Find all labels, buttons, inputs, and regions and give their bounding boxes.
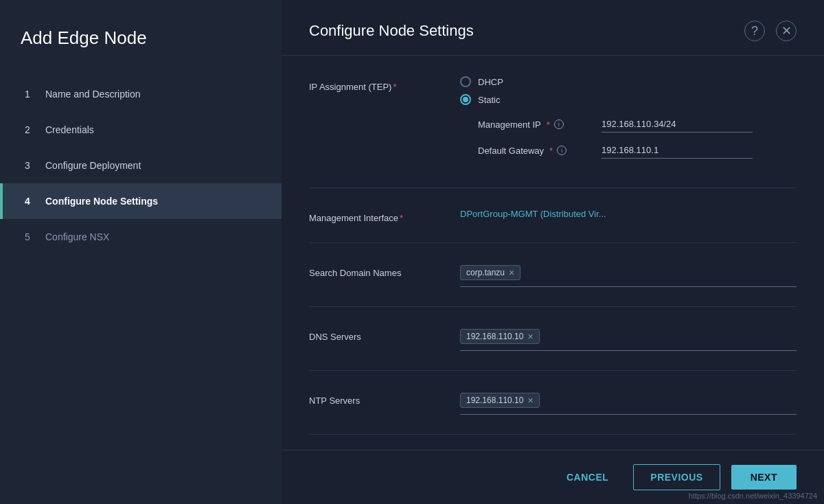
dns-tag-1: 192.168.110.10 ×	[460, 329, 540, 344]
search-domain-row: Search Domain Names corp.tanzu ×	[309, 262, 797, 287]
search-domain-label: Search Domain Names	[309, 262, 460, 278]
divider-5	[309, 434, 797, 435]
dns-tag-container[interactable]: 192.168.110.10 ×	[460, 326, 797, 351]
radio-group-ip: DHCP Static	[460, 76, 797, 105]
mgmt-interface-control: DPortGroup-MGMT (Distributed Vir...	[460, 207, 797, 220]
main-content: Configure Node Settings ? ✕ IP Assignmen…	[282, 0, 824, 504]
sidebar-item-name-description[interactable]: 1 Name and Description	[0, 76, 282, 112]
static-label: Static	[478, 95, 501, 105]
step-5-label: Configure NSX	[45, 231, 109, 242]
default-gateway-row: Default Gateway* i	[478, 142, 797, 159]
dns-tag-label: 192.168.110.10	[466, 332, 523, 341]
management-ip-label: Management IP* i	[478, 119, 602, 130]
management-ip-info-icon[interactable]: i	[554, 119, 564, 129]
step-3-number: 3	[21, 160, 34, 171]
sidebar-item-configure-deployment[interactable]: 3 Configure Deployment	[0, 148, 282, 183]
management-ip-row: Management IP* i	[478, 116, 797, 133]
management-ip-input[interactable]	[602, 116, 753, 133]
search-domain-control: corp.tanzu ×	[460, 262, 797, 287]
radio-dhcp[interactable]: DHCP	[460, 76, 797, 87]
sidebar-item-credentials[interactable]: 2 Credentials	[0, 112, 282, 148]
ip-assignment-label: IP Assignment (TEP)*	[309, 76, 460, 92]
ntp-servers-label: NTP Servers	[309, 390, 460, 406]
search-domain-tag-container[interactable]: corp.tanzu ×	[460, 262, 797, 287]
tag-label: corp.tanzu	[466, 268, 505, 277]
ntp-servers-control: 192.168.110.10 ×	[460, 390, 797, 415]
default-gateway-info-icon[interactable]: i	[557, 146, 566, 155]
required-star: *	[393, 82, 396, 92]
header-actions: ? ✕	[744, 21, 797, 41]
step-1-number: 1	[21, 89, 34, 100]
step-3-label: Configure Deployment	[45, 160, 141, 171]
step-5-number: 5	[21, 231, 34, 242]
dns-tag-remove[interactable]: ×	[527, 332, 533, 341]
cancel-button[interactable]: CANCEL	[553, 465, 622, 490]
next-button[interactable]: NEXT	[731, 465, 797, 490]
sidebar: Add Edge Node 1 Name and Description 2 C…	[0, 0, 282, 504]
ntp-tag-1: 192.168.110.10 ×	[460, 393, 540, 408]
content-title: Configure Node Settings	[309, 22, 474, 40]
default-gateway-input[interactable]	[602, 142, 753, 159]
static-sub-form: Management IP* i Default Gateway* i	[460, 116, 797, 159]
ip-assignment-control: DHCP Static Management IP* i	[460, 76, 797, 168]
help-button[interactable]: ?	[744, 21, 765, 41]
form-area: IP Assignment (TEP)* DHCP Static	[282, 56, 824, 450]
mgmt-interface-link[interactable]: DPortGroup-MGMT (Distributed Vir...	[460, 209, 606, 219]
divider-1	[309, 187, 797, 188]
sidebar-steps: 1 Name and Description 2 Credentials 3 C…	[0, 76, 282, 255]
search-domain-tag-corp-tanzu: corp.tanzu ×	[460, 265, 520, 280]
mgmt-interface-label: Management Interface*	[309, 207, 460, 223]
ntp-tag-remove[interactable]: ×	[527, 396, 533, 405]
divider-3	[309, 306, 797, 307]
sidebar-item-configure-nsx[interactable]: 5 Configure NSX	[0, 219, 282, 255]
ntp-servers-row: NTP Servers 192.168.110.10 ×	[309, 390, 797, 415]
step-4-number: 4	[21, 196, 34, 207]
ip-assignment-row: IP Assignment (TEP)* DHCP Static	[309, 76, 797, 168]
dhcp-radio-circle	[460, 76, 471, 87]
sidebar-item-configure-node-settings[interactable]: 4 Configure Node Settings	[0, 183, 282, 219]
divider-2	[309, 242, 797, 243]
default-gateway-label: Default Gateway* i	[478, 146, 602, 156]
step-4-label: Configure Node Settings	[45, 196, 158, 207]
ntp-tag-container[interactable]: 192.168.110.10 ×	[460, 390, 797, 415]
previous-button[interactable]: PREVIOUS	[633, 464, 720, 490]
dns-servers-label: DNS Servers	[309, 326, 460, 342]
search-domain-tag-remove[interactable]: ×	[509, 268, 514, 277]
divider-4	[309, 370, 797, 371]
radio-static[interactable]: Static	[460, 94, 797, 105]
ntp-tag-label: 192.168.110.10	[466, 396, 523, 405]
watermark: https://blog.csdn.net/weixin_43394724	[689, 492, 817, 500]
step-2-number: 2	[21, 124, 34, 135]
dns-servers-row: DNS Servers 192.168.110.10 ×	[309, 326, 797, 351]
dns-servers-control: 192.168.110.10 ×	[460, 326, 797, 351]
dhcp-label: DHCP	[478, 77, 503, 87]
step-2-label: Credentials	[45, 124, 94, 135]
static-radio-circle	[460, 94, 471, 105]
content-header: Configure Node Settings ? ✕	[282, 0, 824, 56]
sidebar-title: Add Edge Node	[0, 27, 282, 76]
mgmt-interface-row: Management Interface* DPortGroup-MGMT (D…	[309, 207, 797, 223]
close-button[interactable]: ✕	[776, 21, 797, 41]
step-1-label: Name and Description	[45, 89, 141, 100]
